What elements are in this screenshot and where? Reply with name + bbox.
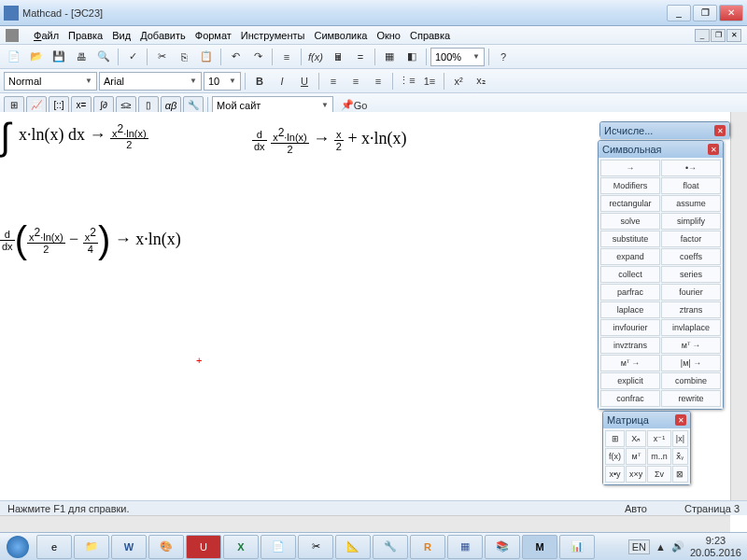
symbolic-op[interactable]: ztrans [661,301,721,318]
tray-volume-icon[interactable]: 🔊 [671,540,684,553]
menu-window[interactable]: Окно [376,30,401,41]
system-tray[interactable]: EN ▲ 🔊 9:2320.05.2016 [623,535,747,557]
copy-icon[interactable]: ⎘ [174,47,194,67]
numbers-icon[interactable]: 1≡ [419,71,440,91]
mdi-close[interactable]: ✕ [726,29,741,42]
align-left-icon[interactable]: ≡ [323,71,344,91]
task-app2[interactable]: 📄 [261,535,296,559]
menu-edit[interactable]: Правка [68,30,103,41]
symbolic-op[interactable]: Modifiers [600,177,660,194]
equation-2[interactable]: ddx x2·ln(x)2 → x2 + x·ln(x) [252,126,407,155]
symbolic-op[interactable]: simplify [661,213,721,230]
menu-help[interactable]: Справка [410,30,450,41]
symbolic-op[interactable]: |м| → [661,355,721,371]
symbolic-op[interactable]: fourier [661,284,721,301]
menu-file[interactable]: Файл [34,30,59,41]
task-ie[interactable]: e [36,535,72,559]
close-button[interactable]: ✕ [719,5,743,21]
menu-tools[interactable]: Инструменты [241,30,305,41]
mdi-icon[interactable] [6,29,19,42]
component-icon[interactable]: ▦ [379,47,400,67]
matrix-op[interactable]: x×y [626,466,646,483]
italic-icon[interactable]: I [272,71,292,91]
matrix-op[interactable]: Σv [647,466,671,483]
matrix-op[interactable]: ⊞ [605,430,625,447]
print-icon[interactable]: 🖶 [71,47,92,67]
open-icon[interactable]: 📂 [26,47,47,67]
symbolic-op[interactable]: combine [661,372,721,389]
symbolic-op[interactable]: float [661,177,721,194]
start-button[interactable] [0,533,35,561]
clock[interactable]: 9:2320.05.2016 [690,535,741,557]
symbolic-op[interactable]: collect [600,266,660,283]
symbolic-op[interactable]: series [661,266,721,283]
equation-1[interactable]: ∫ x·ln(x) dx → x2·ln(x)2 [0,121,148,151]
spell-icon[interactable]: ✓ [122,47,143,67]
calculus-palette-tab[interactable]: Исчисле...✕ [599,121,730,138]
underline-icon[interactable]: U [294,71,315,91]
task-mathcad[interactable]: M [522,535,557,559]
matrix-op[interactable]: f(x) [605,448,625,465]
font-combo[interactable]: Arial▼ [99,72,202,91]
symbolic-op[interactable]: assume [661,195,721,212]
symbolic-op[interactable]: laplace [600,301,660,318]
task-excel[interactable]: X [223,535,259,559]
matrix-op[interactable]: мᵀ [626,448,646,465]
bullets-icon[interactable]: ⋮≡ [397,71,417,91]
menu-symbolics[interactable]: Символика [314,30,367,41]
paste-icon[interactable]: 📋 [196,47,217,67]
symbolic-op[interactable]: мᵀ → [600,355,660,371]
symbolic-op[interactable]: substitute [600,231,660,247]
matrix-op[interactable]: x⁻¹ [647,430,671,447]
matrix-op[interactable]: Xₙ [626,430,646,447]
close-icon[interactable]: ✕ [714,125,726,136]
task-winrar[interactable]: 📚 [485,535,520,559]
redo-icon[interactable]: ↷ [247,47,268,67]
fx-icon[interactable]: f(x) [305,47,326,67]
task-word[interactable]: W [111,535,147,559]
matrix-op[interactable]: x̄ᵧ [672,448,688,465]
symbolic-op[interactable]: invfourier [600,319,660,336]
task-explorer[interactable]: 📁 [74,535,109,559]
menu-insert[interactable]: Добавить [140,30,186,41]
insert-icon[interactable]: ◧ [402,47,422,67]
maximize-button[interactable]: ❐ [693,5,717,21]
align-center-icon[interactable]: ≡ [345,71,366,91]
sup-icon[interactable]: x² [448,71,469,91]
equation-3[interactable]: ddx(x2·ln(x)2 − x24) → x·ln(x) [0,219,181,261]
matrix-op[interactable]: |x| [672,430,688,447]
vertical-scrollbar[interactable] [730,112,747,515]
symbolic-op[interactable]: solve [600,213,660,230]
task-app4[interactable]: 📐 [335,535,371,559]
zoom-combo[interactable]: 100%▼ [430,48,485,66]
symbolic-op[interactable]: invlaplace [661,319,721,336]
close-icon[interactable]: ✕ [675,414,686,426]
new-icon[interactable]: 📄 [4,47,24,67]
align-right-icon[interactable]: ≡ [368,71,388,91]
sub-icon[interactable]: x₂ [471,71,491,91]
mdi-minimize[interactable]: _ [695,29,710,42]
minimize-button[interactable]: _ [667,5,691,21]
mdi-maximize[interactable]: ❐ [711,29,726,42]
horizontal-scrollbar[interactable] [0,515,730,532]
matrix-op[interactable]: ⊠ [672,466,688,483]
bold-icon[interactable]: B [249,71,270,91]
symbolic-op[interactable]: → [600,160,660,176]
symbolic-op[interactable]: parfrac [600,284,660,301]
task-app1[interactable]: U [186,535,221,559]
matrix-palette[interactable]: Матрица✕ ⊞Xₙx⁻¹|x|f(x)мᵀm..nx̄ᵧx•yx×yΣv⊠ [602,411,691,485]
symbolic-op[interactable]: мᵀ → [661,337,721,354]
save-icon[interactable]: 💾 [49,47,69,67]
menu-view[interactable]: Вид [112,30,131,41]
task-app3[interactable]: ✂ [298,535,333,559]
symbolic-op[interactable]: factor [661,231,721,247]
help-icon[interactable]: ? [493,47,514,67]
matrix-op[interactable]: x•y [605,466,625,483]
task-app5[interactable]: 🔧 [373,535,408,559]
task-app7[interactable]: ▦ [447,535,483,559]
cut-icon[interactable]: ✂ [151,47,172,67]
menu-format[interactable]: Формат [195,30,232,41]
language-indicator[interactable]: EN [628,539,650,554]
unit-icon[interactable]: 🖩 [328,47,348,67]
symbolic-op[interactable]: coeffs [661,248,721,265]
